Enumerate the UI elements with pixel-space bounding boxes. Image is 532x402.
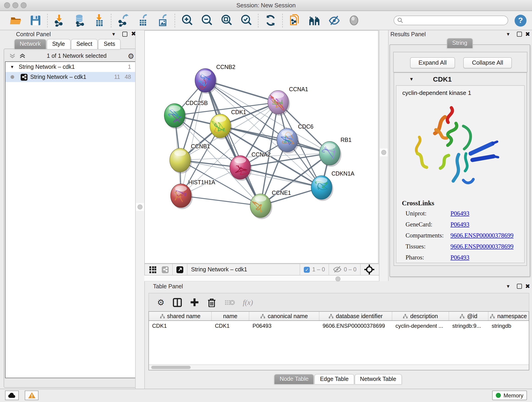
network-node-CCNA1[interactable] xyxy=(268,90,290,115)
zoom-selected-icon[interactable] xyxy=(240,14,253,27)
crosslink-value-link[interactable]: 9606.ENSP00000378699 xyxy=(450,243,513,250)
first-neighbors-icon[interactable] xyxy=(308,14,321,27)
column-header-id[interactable]: @id xyxy=(449,312,488,320)
left-splitter-handle[interactable] xyxy=(136,203,144,211)
panel-float-icon[interactable] xyxy=(122,32,127,37)
memory-button[interactable]: Memory xyxy=(492,390,527,400)
network-edge[interactable] xyxy=(181,80,206,196)
grid-view-icon[interactable] xyxy=(149,266,156,273)
save-session-icon[interactable] xyxy=(29,14,42,27)
add-column-icon[interactable] xyxy=(190,298,201,307)
network-overview-icon[interactable] xyxy=(162,266,169,273)
table-row[interactable]: CDK1CDK1P064939606.ENSP00000378699cyclin… xyxy=(149,321,529,331)
column-header-database-identifier[interactable]: database identifier xyxy=(319,312,392,320)
network-row[interactable]: String Network – cdk1 11 48 xyxy=(6,72,137,82)
panel-menu-icon[interactable]: ▼ xyxy=(506,284,510,289)
panel-float-icon[interactable] xyxy=(517,32,522,37)
right-splitter-handle[interactable] xyxy=(380,148,388,156)
export-image-icon[interactable] xyxy=(157,14,169,27)
column-header-description[interactable]: description xyxy=(392,312,449,320)
panel-close-icon[interactable]: ✖ xyxy=(525,31,530,38)
network-node-CDC25B[interactable] xyxy=(164,104,186,129)
hide-selected-icon[interactable] xyxy=(328,14,341,27)
cell-canonical-name[interactable]: P06493 xyxy=(249,322,319,329)
cell-shared-name[interactable]: CDK1 xyxy=(149,322,212,329)
collapse-all-button[interactable]: Collapse All xyxy=(463,57,512,68)
cell-description[interactable]: cyclin-dependent ... xyxy=(392,322,449,329)
column-header-namespace[interactable]: namespace xyxy=(488,312,529,320)
cell-id[interactable]: stringdb:9... xyxy=(449,322,488,329)
network-node-CDC6[interactable] xyxy=(277,128,299,153)
tab-network[interactable]: Network xyxy=(14,39,46,49)
gear-icon[interactable]: ⚙ xyxy=(128,51,134,60)
function-builder-icon[interactable]: f(x) xyxy=(242,298,253,306)
tab-node-table[interactable]: Node Table xyxy=(274,374,314,384)
bottom-splitter[interactable] xyxy=(144,275,380,281)
open-in-string-icon[interactable] xyxy=(289,14,301,27)
cloud-button[interactable] xyxy=(5,390,19,400)
zoom-in-icon[interactable] xyxy=(181,14,193,27)
help-icon[interactable]: ? xyxy=(515,14,526,26)
column-header-canonical-name[interactable]: canonical name xyxy=(249,312,319,320)
hidden-eye-icon[interactable] xyxy=(333,266,342,273)
birds-eye-toggle-icon[interactable] xyxy=(177,266,183,273)
cell-database-identifier[interactable]: 9606.ENSP00000378699 xyxy=(319,322,392,329)
import-network-database-icon[interactable] xyxy=(73,14,86,27)
tab-select[interactable]: Select xyxy=(71,39,98,49)
selected-checkbox-icon[interactable]: ✓ xyxy=(304,267,310,273)
bottom-splitter-handle[interactable] xyxy=(336,276,341,281)
right-splitter[interactable] xyxy=(379,30,389,281)
horizontal-scrollbar[interactable] xyxy=(149,364,529,370)
fit-content-icon[interactable] xyxy=(364,264,374,274)
cell-name[interactable]: CDK1 xyxy=(212,322,249,329)
import-table-icon[interactable] xyxy=(93,14,105,27)
network-edge[interactable] xyxy=(205,80,260,206)
import-network-icon[interactable] xyxy=(54,14,66,27)
network-node-CCNE1[interactable] xyxy=(250,194,272,219)
table-gear-icon[interactable]: ⚙ xyxy=(155,297,166,307)
column-header-shared-name[interactable]: shared name xyxy=(149,312,212,320)
collapse-all-icon[interactable] xyxy=(9,53,16,59)
tab-string[interactable]: String xyxy=(447,38,473,48)
network-edge[interactable] xyxy=(181,196,260,206)
delete-table-icon[interactable] xyxy=(225,299,236,306)
tree-expand-icon[interactable]: ▼ xyxy=(10,65,14,69)
crosslink-value-link[interactable]: P06493 xyxy=(450,254,469,261)
cell-namespace[interactable]: stringdb xyxy=(488,322,529,329)
zoom-fit-icon[interactable] xyxy=(220,14,233,27)
tab-edge-table[interactable]: Edge Table xyxy=(315,374,354,384)
panel-float-icon[interactable] xyxy=(517,284,522,289)
scrollbar-thumb[interactable] xyxy=(151,366,191,369)
network-node-CDK1[interactable] xyxy=(210,114,232,139)
tab-sets[interactable]: Sets xyxy=(98,39,121,49)
zoom-out-icon[interactable] xyxy=(201,14,213,27)
left-splitter[interactable] xyxy=(135,30,145,389)
open-session-icon[interactable] xyxy=(10,14,22,27)
network-collection-row[interactable]: ▼ String Network – cdk1 1 xyxy=(6,62,137,72)
column-header-name[interactable]: name xyxy=(212,312,249,320)
crosslink-value-link[interactable]: P06493 xyxy=(450,210,469,217)
refresh-layout-icon[interactable] xyxy=(264,14,277,27)
show-columns-icon[interactable] xyxy=(173,298,184,307)
network-edge[interactable] xyxy=(220,126,329,153)
section-collapse-icon[interactable]: ▼ xyxy=(409,76,414,81)
tab-network-table[interactable]: Network Table xyxy=(355,374,402,384)
delete-column-icon[interactable] xyxy=(208,298,219,307)
tab-style[interactable]: Style xyxy=(47,39,70,49)
crosslink-value-link[interactable]: 9606.ENSP00000378699 xyxy=(450,232,513,239)
panel-close-icon[interactable]: ✖ xyxy=(525,283,530,290)
network-node-RB1[interactable] xyxy=(319,141,342,167)
expand-all-icon[interactable] xyxy=(19,53,26,59)
warning-button[interactable] xyxy=(25,390,38,400)
panel-menu-icon[interactable]: ▼ xyxy=(111,32,116,37)
network-node-CDKN1A[interactable] xyxy=(311,176,333,201)
export-network-icon[interactable] xyxy=(117,14,130,27)
expand-all-button[interactable]: Expand All xyxy=(410,57,455,68)
export-table-icon[interactable] xyxy=(137,14,149,27)
show-all-icon[interactable] xyxy=(348,14,360,27)
network-node-CCNB2[interactable] xyxy=(195,69,217,94)
crosslink-value-link[interactable]: P06493 xyxy=(450,221,469,228)
search-input[interactable] xyxy=(394,16,508,25)
panel-menu-icon[interactable]: ▼ xyxy=(506,32,510,37)
network-canvas[interactable]: CCNB2CCNA1CDC25BCDK1CDC6RB1CCNB1CCNA2CDK… xyxy=(144,30,379,264)
